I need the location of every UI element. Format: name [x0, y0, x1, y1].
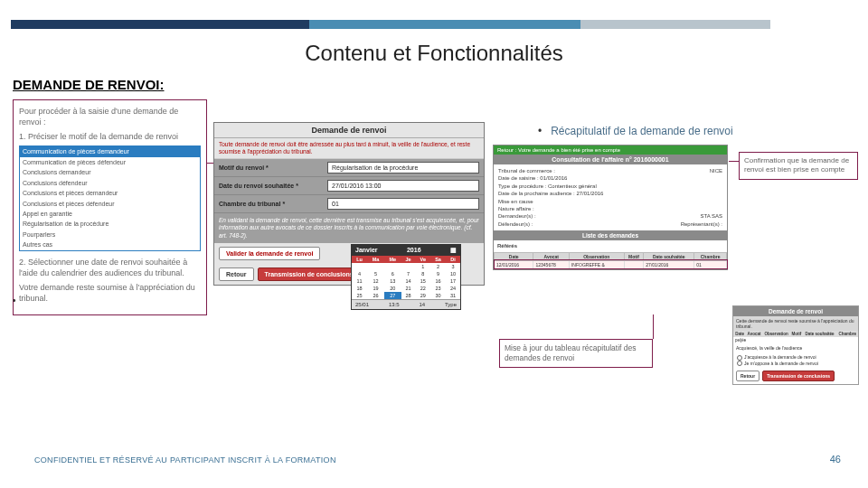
select-option[interactable]: Pourparlers	[20, 230, 200, 239]
radio-oppose[interactable]: Je m'oppose à la demande de renvoi	[737, 361, 854, 367]
select-option-active[interactable]: Communication de pièces demandeur	[20, 146, 200, 156]
instructions-callout: Pour procéder à la saisie d'une demande …	[13, 99, 207, 315]
select-option[interactable]: Conclusions et pièces défendeur	[20, 199, 200, 209]
transmit-button[interactable]: Transmission de conclusions	[258, 267, 361, 281]
connector-line	[729, 161, 739, 162]
field-row-chambre: Chambre du tribunal * 01	[214, 195, 484, 213]
connector-line	[207, 163, 213, 164]
demande-renvoi-mini-panel: Demande de renvoi Cette demande de renvo…	[732, 305, 859, 385]
field-label: Chambre du tribunal *	[219, 201, 327, 207]
footer-confidential: CONFIDENTIEL ET RÉSERVÉ AU PARTICIPANT I…	[34, 455, 336, 465]
step-1: 1. Préciser le motif de la demande de re…	[19, 131, 201, 142]
connector-line	[653, 314, 654, 339]
recap-success-bar: Retour : Votre demande a bien été prise …	[494, 145, 727, 155]
mini-panel-note: Acquiescé, la veille de l'audience	[733, 343, 858, 352]
calendar-year[interactable]: 2016	[407, 247, 421, 254]
back-button[interactable]: Retour	[219, 267, 254, 281]
recap-body: Tribunal de commerce :NICE Date de saisi…	[494, 164, 727, 230]
field-label: Motif du renvoi *	[219, 164, 327, 171]
calendar-footer: 25/01 13:5 14 Type	[352, 299, 460, 309]
motif-field[interactable]: Régularisation de la procédure	[327, 162, 479, 174]
recap-title: Récapitulatif de la demande de renvoi	[538, 125, 733, 137]
mini-panel-actions: Retour Transmission de conclusions	[733, 368, 858, 384]
confirmation-callout: Confirmation que la demande de renvoi es…	[739, 152, 858, 180]
recap-panel: Retour : Votre demande a bien été prise …	[493, 145, 728, 270]
panel-warning: En validant la demande de renvoi, cette …	[214, 213, 484, 242]
calendar-today-icon[interactable]: ▦	[450, 247, 457, 254]
update-callout: Mise à jour du tableau récapitulatif des…	[499, 339, 653, 368]
select-option[interactable]: Appel en garantie	[20, 209, 200, 219]
panel-notice: Toute demande de renvoi doit être adress…	[214, 138, 484, 159]
date-field[interactable]: 27/01/2016 13:00	[327, 180, 479, 192]
panel-header: Demande de renvoi	[214, 123, 484, 138]
mini-back-button[interactable]: Retour	[736, 371, 760, 381]
page-number: 46	[830, 454, 841, 465]
calendar-header: Janvier 2016 ▦	[352, 245, 460, 256]
step-2: 2. Sélectionner une date de renvoi souha…	[19, 257, 201, 278]
select-option[interactable]: Régularisation de la procédure	[20, 219, 200, 229]
mini-panel-sub: Cette demande de renvoi reste soumise à …	[733, 316, 858, 331]
mini-panel-header: Demande de renvoi	[733, 306, 858, 316]
intro-text: Pour procéder à la saisie d'une demande …	[19, 106, 201, 127]
page-title: Contenu et Fonctionnalités	[0, 41, 868, 66]
step-note: Votre demande reste soumise à l'apprécia…	[19, 282, 201, 304]
select-option[interactable]: Conclusions défendeur	[20, 178, 200, 188]
calendar-month[interactable]: Janvier	[355, 247, 378, 254]
select-option[interactable]: Communication de pièces défendeur	[20, 157, 200, 167]
recap-table: DateAvocatObservationMotifDate souhaitée…	[494, 252, 727, 269]
recap-affaire-bar: Consultation de l'affaire n° 2016000001	[494, 155, 727, 164]
field-row-motif: Motif du renvoi * Régularisation de la p…	[214, 159, 484, 177]
select-option[interactable]: Conclusions et pièces demandeur	[20, 188, 200, 198]
select-option[interactable]: Autres cas	[20, 239, 200, 249]
bullet-icon: •	[13, 296, 16, 305]
top-accent-bar	[11, 20, 857, 29]
mini-transmit-button[interactable]: Transmission de conclusions	[762, 371, 835, 381]
validate-button[interactable]: Valider la demande de renvoi	[219, 247, 320, 260]
field-label: Date du renvoi souhaitée *	[219, 183, 327, 189]
recap-table-header: Liste des demandes	[494, 230, 727, 240]
calendar-popup[interactable]: Janvier 2016 ▦ LuMaMeJeVeSaDi 123 456789…	[351, 244, 461, 310]
chambre-field[interactable]: 01	[327, 198, 479, 210]
recap-table-row: 12/01/201612345678INFOGREFFE &27/01/2016…	[495, 260, 727, 268]
field-row-date: Date du renvoi souhaitée * 27/01/2016 13…	[214, 177, 484, 195]
section-heading: DEMANDE DE RENVOI:	[13, 77, 165, 92]
calendar-grid[interactable]: LuMaMeJeVeSaDi 123 45678910 111213141516…	[352, 256, 460, 299]
motif-select-list[interactable]: Communication de pièces demandeur Commun…	[19, 145, 201, 250]
recap-subheader: Référés	[494, 240, 727, 251]
select-option[interactable]: Conclusions demandeur	[20, 167, 200, 177]
